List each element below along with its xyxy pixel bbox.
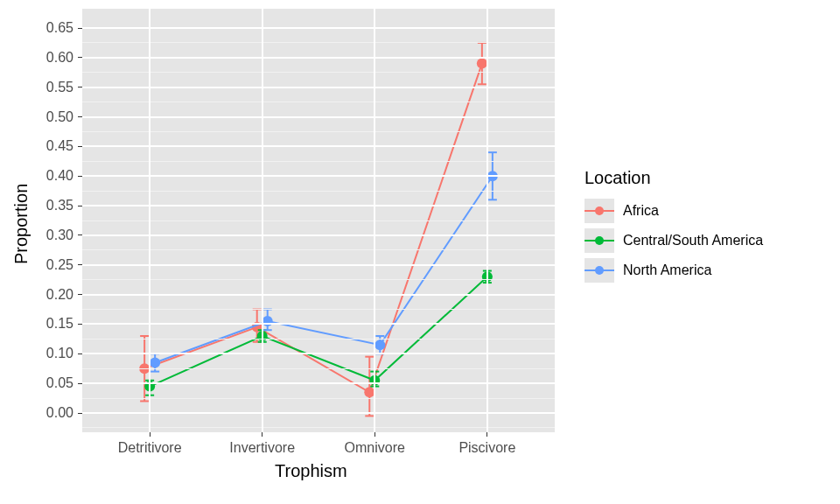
y-tick bbox=[78, 146, 82, 147]
y-tick bbox=[78, 324, 82, 325]
y-gridline bbox=[82, 116, 555, 118]
y-gridline-minor bbox=[82, 368, 555, 369]
y-tick-label: 0.40 bbox=[46, 169, 74, 183]
y-tick-label: 0.50 bbox=[46, 110, 74, 124]
y-tick bbox=[78, 87, 82, 88]
y-gridline bbox=[82, 353, 555, 354]
x-gridline bbox=[262, 9, 263, 432]
y-gridline-minor bbox=[82, 220, 555, 221]
y-tick bbox=[78, 264, 82, 265]
x-tick-label: Invertivore bbox=[210, 441, 315, 455]
y-gridline-minor bbox=[82, 339, 555, 340]
y-gridline-minor bbox=[82, 131, 555, 132]
x-gridline bbox=[149, 9, 150, 432]
y-tick bbox=[78, 234, 82, 235]
y-tick-label: 0.00 bbox=[46, 406, 74, 420]
y-gridline bbox=[82, 175, 555, 177]
legend-key bbox=[584, 199, 614, 223]
y-tick-label: 0.10 bbox=[46, 346, 74, 360]
y-tick bbox=[78, 116, 82, 117]
y-gridline bbox=[82, 145, 555, 147]
data-point bbox=[150, 357, 160, 368]
y-gridline-minor bbox=[82, 427, 555, 428]
y-gridline bbox=[82, 412, 555, 414]
y-gridline-minor bbox=[82, 102, 555, 102]
legend-title: Location bbox=[584, 168, 763, 188]
x-gridline bbox=[374, 9, 375, 432]
y-tick-label: 0.20 bbox=[46, 288, 74, 302]
data-point bbox=[374, 340, 385, 350]
y-gridline-minor bbox=[82, 72, 555, 73]
y-gridline-minor bbox=[82, 279, 555, 280]
y-tick-label: 0.15 bbox=[46, 317, 74, 331]
y-tick bbox=[78, 57, 82, 58]
y-gridline bbox=[82, 294, 555, 296]
y-tick bbox=[78, 413, 82, 414]
y-tick bbox=[78, 354, 82, 354]
y-tick-label: 0.60 bbox=[46, 51, 74, 65]
legend-item: Central/South America bbox=[584, 228, 763, 253]
y-tick-label: 0.25 bbox=[46, 258, 74, 272]
legend-key bbox=[584, 228, 614, 253]
y-gridline-minor bbox=[82, 161, 555, 162]
y-gridline bbox=[82, 234, 555, 236]
y-gridline-minor bbox=[82, 309, 555, 310]
legend-label: Africa bbox=[623, 203, 659, 219]
legend-label: North America bbox=[623, 262, 711, 278]
legend-key bbox=[584, 258, 614, 283]
x-tick-label: Omnivore bbox=[322, 441, 427, 455]
y-gridline-minor bbox=[82, 249, 555, 250]
y-tick-label: 0.65 bbox=[46, 21, 74, 35]
x-tick bbox=[486, 432, 487, 437]
x-axis-title: Trophism bbox=[275, 462, 347, 480]
y-gridline bbox=[82, 382, 555, 384]
y-gridline-minor bbox=[82, 398, 555, 399]
chart: Proportion Trophism Location AfricaCentr… bbox=[0, 0, 840, 504]
x-gridline bbox=[486, 9, 488, 432]
y-gridline bbox=[82, 27, 555, 29]
y-axis-title: Proportion bbox=[12, 184, 30, 264]
legend-item: Africa bbox=[584, 199, 763, 223]
y-tick bbox=[78, 206, 82, 206]
y-tick-label: 0.30 bbox=[46, 228, 74, 242]
y-tick bbox=[78, 294, 82, 295]
y-tick-label: 0.35 bbox=[46, 199, 74, 213]
y-tick bbox=[78, 28, 82, 29]
y-gridline bbox=[82, 205, 555, 206]
legend-label: Central/South America bbox=[623, 233, 763, 248]
y-gridline bbox=[82, 323, 555, 325]
y-tick-label: 0.45 bbox=[46, 139, 74, 153]
y-gridline-minor bbox=[82, 191, 555, 192]
series-line bbox=[144, 64, 482, 393]
y-tick-label: 0.05 bbox=[46, 376, 74, 390]
legend-item: North America bbox=[584, 258, 763, 283]
y-gridline bbox=[82, 87, 555, 88]
x-tick bbox=[262, 432, 262, 437]
legend: Location AfricaCentral/South AmericaNort… bbox=[584, 168, 763, 288]
x-tick bbox=[150, 432, 150, 437]
y-tick bbox=[78, 176, 82, 177]
y-tick-label: 0.55 bbox=[46, 80, 74, 94]
y-tick bbox=[78, 383, 82, 384]
x-tick-label: Piscivore bbox=[435, 441, 540, 455]
x-tick-label: Detritivore bbox=[97, 441, 202, 455]
y-gridline-minor bbox=[82, 42, 555, 43]
y-gridline bbox=[82, 264, 555, 266]
x-tick bbox=[374, 432, 375, 437]
y-gridline bbox=[82, 57, 555, 59]
